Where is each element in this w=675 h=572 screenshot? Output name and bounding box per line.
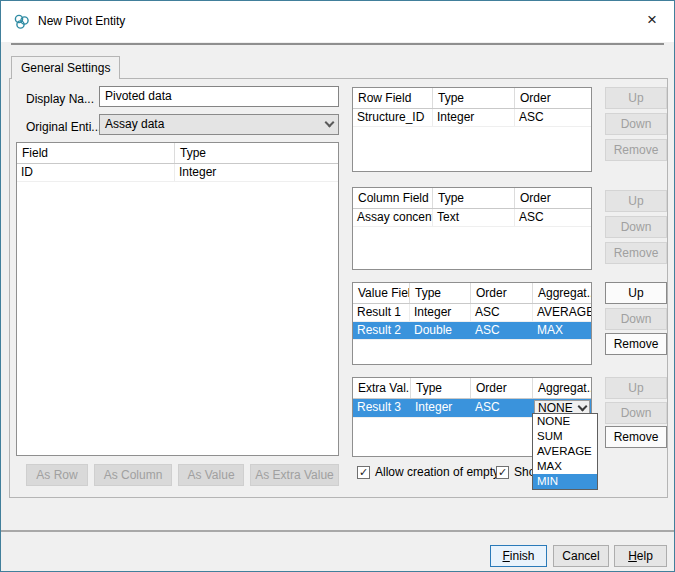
row-field-column-header: Row Field (353, 88, 433, 108)
window-title: New Pivot Entity (38, 14, 125, 28)
display-name-input[interactable]: Pivoted data (99, 86, 339, 107)
extra-value-header: Extra Val... Type Order Aggregat... (353, 378, 591, 399)
aggregation-column-header: Aggregat... (533, 283, 591, 303)
allow-empty-label: Allow creation of empty... (375, 465, 508, 479)
type-cell: Text (433, 209, 515, 226)
fields-table: Field Type ID Integer (16, 142, 339, 456)
aggregation-column-header: Aggregat... (533, 378, 591, 398)
value-field-column-header: Value Field (353, 283, 410, 303)
dropdown-option-max[interactable]: MAX (533, 459, 597, 474)
finish-button[interactable]: Finish (490, 545, 547, 567)
extra-value-up-button[interactable]: Up (605, 377, 667, 399)
row-field-up-button[interactable]: Up (605, 87, 667, 109)
new-pivot-entity-dialog: New Pivot Entity × General Settings Disp… (0, 0, 675, 572)
order-cell: ASC (515, 209, 591, 226)
checkbox-checked-icon: ✓ (496, 466, 509, 479)
value-field-table: Value Field Type Order Aggregat... Resul… (352, 282, 592, 365)
order-cell: ASC (515, 109, 591, 126)
tab-general-settings[interactable]: General Settings (11, 56, 120, 79)
allow-empty-checkbox[interactable]: ✓ Allow creation of empty... (357, 465, 508, 479)
field-column-header: Field (17, 143, 175, 163)
type-column-header: Type (410, 283, 471, 303)
as-column-button[interactable]: As Column (94, 464, 172, 486)
type-column-header: Type (411, 378, 471, 398)
as-extra-value-button[interactable]: As Extra Value (250, 464, 339, 486)
tab-label: General Settings (21, 61, 110, 75)
value-field-cell: Result 2 (353, 322, 410, 339)
type-cell: Double (410, 322, 471, 339)
table-row[interactable]: Result 1 Integer ASC AVERAGE (353, 304, 591, 322)
column-field-table: Column Field Type Order Assay concentr..… (352, 187, 592, 270)
chevron-down-icon (578, 401, 588, 411)
value-field-header: Value Field Type Order Aggregat... (353, 283, 591, 304)
footer-separator (1, 530, 674, 532)
as-row-button[interactable]: As Row (26, 464, 88, 486)
extra-value-column-header: Extra Val... (353, 378, 411, 398)
row-field-remove-button[interactable]: Remove (605, 139, 667, 161)
extra-value-down-button[interactable]: Down (605, 402, 667, 424)
column-field-header: Column Field Type Order (353, 188, 591, 209)
dropdown-option-sum[interactable]: SUM (533, 429, 597, 444)
original-entity-select[interactable]: Assay data (99, 114, 339, 135)
fields-table-header: Field Type (17, 143, 338, 164)
titlebar: New Pivot Entity × (1, 1, 674, 42)
row-field-header: Row Field Type Order (353, 88, 591, 109)
display-name-label: Display Na... (26, 92, 94, 106)
close-icon: × (647, 10, 657, 30)
dropdown-option-min[interactable]: MIN (533, 474, 597, 489)
cancel-button[interactable]: Cancel (553, 545, 609, 567)
order-column-header: Order (471, 283, 533, 303)
dropdown-option-none[interactable]: NONE (533, 414, 597, 429)
extra-value-remove-button[interactable]: Remove (605, 426, 667, 448)
type-cell: Integer (433, 109, 515, 126)
column-field-up-button[interactable]: Up (605, 190, 667, 212)
row-field-table: Row Field Type Order Structure_ID Intege… (352, 87, 592, 172)
order-column-header: Order (471, 378, 533, 398)
value-field-remove-button[interactable]: Remove (605, 333, 667, 355)
close-button[interactable]: × (636, 6, 668, 34)
as-value-button[interactable]: As Value (178, 464, 244, 486)
table-row[interactable]: ID Integer (17, 164, 338, 182)
table-row[interactable]: Assay concentr... Text ASC (353, 209, 591, 227)
row-field-cell: Structure_ID (353, 109, 433, 126)
help-label: elp (637, 549, 653, 563)
order-cell: ASC (471, 304, 533, 321)
column-field-remove-button[interactable]: Remove (605, 242, 667, 264)
help-button[interactable]: Help (614, 545, 667, 567)
row-field-down-button[interactable]: Down (605, 113, 667, 135)
order-cell: ASC (471, 322, 533, 339)
order-cell: ASC (471, 399, 533, 417)
original-entity-value: Assay data (105, 117, 164, 132)
type-cell: Integer (411, 399, 471, 417)
display-name-value: Pivoted data (105, 89, 172, 103)
checkbox-checked-icon: ✓ (357, 466, 370, 479)
column-field-column-header: Column Field (353, 188, 433, 208)
original-entity-label: Original Enti... (26, 120, 101, 134)
aggregation-dropdown: NONE SUM AVERAGE MAX MIN (532, 413, 598, 490)
value-field-down-button[interactable]: Down (605, 308, 667, 330)
order-column-header: Order (515, 88, 591, 108)
pivot-app-icon (13, 13, 30, 30)
type-column-header: Type (433, 188, 515, 208)
finish-label: inish (510, 549, 535, 563)
dropdown-option-average[interactable]: AVERAGE (533, 444, 597, 459)
type-cell: Integer (175, 164, 338, 181)
help-label-underline: H (628, 549, 637, 563)
order-column-header: Order (515, 188, 591, 208)
title-separator (11, 43, 664, 45)
finish-label-underline: F (502, 549, 509, 563)
column-field-cell: Assay concentr... (353, 209, 433, 226)
field-cell: ID (17, 164, 175, 181)
type-cell: Integer (410, 304, 471, 321)
aggregation-cell: MAX (533, 322, 591, 339)
table-row-selected[interactable]: Result 2 Double ASC MAX (353, 322, 591, 340)
column-field-down-button[interactable]: Down (605, 216, 667, 238)
chevron-down-icon (325, 118, 335, 128)
type-column-header: Type (433, 88, 515, 108)
type-column-header: Type (175, 143, 338, 163)
extra-value-cell: Result 3 (353, 399, 411, 417)
value-field-cell: Result 1 (353, 304, 410, 321)
table-row[interactable]: Structure_ID Integer ASC (353, 109, 591, 127)
value-field-up-button[interactable]: Up (605, 282, 667, 304)
aggregation-cell: AVERAGE (533, 304, 591, 321)
